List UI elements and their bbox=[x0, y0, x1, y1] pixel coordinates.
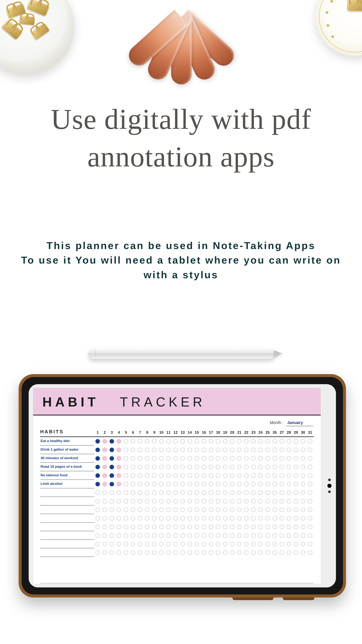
habit-dot-cell[interactable] bbox=[137, 439, 144, 444]
month-value[interactable]: January bbox=[286, 420, 314, 426]
habit-dot-cell[interactable] bbox=[158, 508, 165, 512]
habit-dot-cell[interactable] bbox=[144, 542, 151, 546]
habit-dot-cell[interactable] bbox=[129, 439, 137, 444]
habit-dot-cell[interactable] bbox=[264, 439, 271, 444]
habit-dot-cell[interactable] bbox=[236, 439, 243, 444]
habit-dot-cell[interactable] bbox=[200, 456, 207, 461]
habit-dot-cell[interactable] bbox=[215, 439, 222, 444]
habit-dot-cell[interactable] bbox=[236, 542, 243, 546]
habit-dot-cell[interactable] bbox=[193, 456, 200, 461]
habit-dot-cell[interactable] bbox=[122, 465, 129, 469]
habit-dot-cell[interactable] bbox=[222, 456, 229, 461]
habit-dot-cell[interactable] bbox=[94, 516, 101, 520]
habit-dot-cell[interactable] bbox=[229, 550, 236, 555]
habit-dot-cell[interactable] bbox=[115, 456, 122, 461]
habit-dot-cell[interactable] bbox=[215, 499, 222, 504]
habit-dot-cell[interactable] bbox=[179, 482, 186, 486]
habit-dot-cell[interactable] bbox=[137, 499, 144, 504]
habit-dot-cell[interactable] bbox=[172, 448, 179, 452]
habit-dot-cell[interactable] bbox=[137, 533, 144, 538]
habit-dot-cell[interactable] bbox=[94, 456, 101, 461]
habit-dot-cell[interactable] bbox=[172, 465, 179, 469]
habit-dot-cell[interactable] bbox=[250, 550, 257, 555]
habit-dot-cell[interactable] bbox=[278, 439, 285, 444]
habit-dot-cell[interactable] bbox=[243, 439, 250, 444]
habit-dot-cell[interactable] bbox=[250, 439, 257, 444]
habit-dot-cell[interactable] bbox=[229, 439, 236, 444]
habit-dot-cell[interactable] bbox=[186, 473, 193, 478]
habit-dot-cell[interactable] bbox=[243, 533, 250, 538]
habit-dot-cell[interactable] bbox=[108, 542, 115, 546]
habit-dot-cell[interactable] bbox=[222, 482, 229, 486]
habit-dot-cell[interactable] bbox=[151, 448, 158, 452]
habit-dot-cell[interactable] bbox=[101, 439, 108, 444]
habit-dot-cell[interactable] bbox=[129, 473, 137, 478]
habit-dot-cell[interactable] bbox=[158, 465, 165, 469]
habit-dot-cell[interactable] bbox=[257, 508, 264, 512]
habit-dot-cell[interactable] bbox=[151, 473, 158, 478]
habit-dot-cell[interactable] bbox=[94, 525, 101, 529]
habit-dot-cell[interactable] bbox=[250, 456, 257, 461]
habit-dot-cell[interactable] bbox=[278, 542, 285, 546]
habit-dot-cell[interactable] bbox=[222, 525, 229, 529]
habit-dot-cell[interactable] bbox=[94, 448, 101, 452]
habit-dot-cell[interactable] bbox=[285, 473, 293, 478]
habit-dot-cell[interactable] bbox=[101, 490, 108, 495]
habit-dot-cell[interactable] bbox=[165, 550, 172, 555]
habit-dot-cell[interactable] bbox=[151, 439, 158, 444]
habit-label[interactable] bbox=[40, 488, 94, 497]
habit-dot-cell[interactable] bbox=[285, 516, 293, 520]
habit-dot-cell[interactable] bbox=[179, 542, 186, 546]
habit-dot-cell[interactable] bbox=[243, 448, 250, 452]
habit-dot-cell[interactable] bbox=[186, 516, 193, 520]
habit-dot-cell[interactable] bbox=[193, 508, 200, 512]
habit-dot-cell[interactable] bbox=[250, 490, 257, 495]
habit-dot-cell[interactable] bbox=[137, 448, 144, 452]
habit-dot-cell[interactable] bbox=[179, 448, 186, 452]
habit-dot-cell[interactable] bbox=[179, 456, 186, 461]
habit-dot-cell[interactable] bbox=[250, 533, 257, 538]
habit-dot-cell[interactable] bbox=[307, 533, 314, 538]
habit-dot-cell[interactable] bbox=[293, 499, 300, 504]
habit-dot-cell[interactable] bbox=[229, 473, 236, 478]
habit-dot-cell[interactable] bbox=[101, 499, 108, 504]
habit-dot-cell[interactable] bbox=[165, 542, 172, 546]
habit-dot-cell[interactable] bbox=[186, 439, 193, 444]
habit-dot-cell[interactable] bbox=[115, 473, 122, 478]
habit-dot-cell[interactable] bbox=[158, 439, 165, 444]
habit-dot-cell[interactable] bbox=[122, 550, 129, 555]
habit-dot-cell[interactable] bbox=[271, 499, 278, 504]
habit-dot-cell[interactable] bbox=[115, 490, 122, 495]
habit-dot-cell[interactable] bbox=[207, 439, 215, 444]
habit-dot-cell[interactable] bbox=[179, 465, 186, 469]
habit-dot-cell[interactable] bbox=[257, 542, 264, 546]
habit-dot-cell[interactable] bbox=[236, 465, 243, 469]
habit-dot-cell[interactable] bbox=[222, 499, 229, 504]
habit-dot-cell[interactable] bbox=[186, 550, 193, 555]
habit-dot-cell[interactable] bbox=[300, 439, 307, 444]
habit-dot-cell[interactable] bbox=[307, 499, 314, 504]
habit-dot-cell[interactable] bbox=[101, 482, 108, 486]
habit-dot-cell[interactable] bbox=[300, 550, 307, 555]
habit-dot-cell[interactable] bbox=[285, 542, 293, 546]
habit-dot-cell[interactable] bbox=[158, 533, 165, 538]
habit-dot-cell[interactable] bbox=[271, 456, 278, 461]
habit-dot-cell[interactable] bbox=[293, 473, 300, 478]
habit-dot-cell[interactable] bbox=[271, 533, 278, 538]
habit-dot-cell[interactable] bbox=[307, 542, 314, 546]
habit-dot-cell[interactable] bbox=[207, 465, 215, 469]
habit-dot-cell[interactable] bbox=[200, 542, 207, 546]
habit-dot-cell[interactable] bbox=[186, 525, 193, 529]
habit-dot-cell[interactable] bbox=[271, 482, 278, 486]
habit-dot-cell[interactable] bbox=[94, 482, 101, 486]
habit-dot-cell[interactable] bbox=[285, 482, 293, 486]
habit-dot-cell[interactable] bbox=[300, 542, 307, 546]
habit-dot-cell[interactable] bbox=[122, 516, 129, 520]
habit-dot-cell[interactable] bbox=[122, 533, 129, 538]
habit-dot-cell[interactable] bbox=[186, 456, 193, 461]
habit-dot-cell[interactable] bbox=[193, 465, 200, 469]
habit-dot-cell[interactable] bbox=[101, 465, 108, 469]
habit-dot-cell[interactable] bbox=[285, 508, 293, 512]
habit-dot-cell[interactable] bbox=[271, 473, 278, 478]
habit-dot-cell[interactable] bbox=[179, 525, 186, 529]
